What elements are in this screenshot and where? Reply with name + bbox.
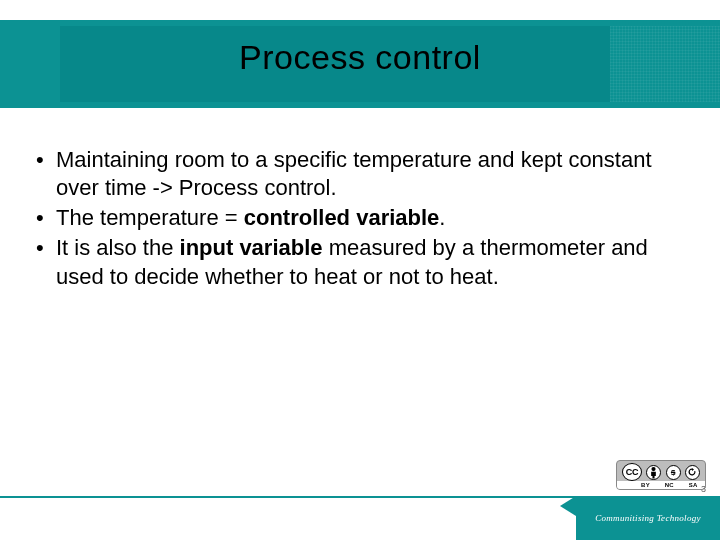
cc-by-icon xyxy=(646,465,661,480)
cc-label: NC xyxy=(665,482,674,488)
list-item: It is also the input variable measured b… xyxy=(30,234,680,290)
bullet-text-post: . xyxy=(439,205,445,230)
cc-badge-labels: BY NC SA xyxy=(617,481,705,489)
slide: Process control Maintaining room to a sp… xyxy=(0,0,720,540)
footer-brand-text: Communitising Technology xyxy=(595,513,701,523)
bullet-text-pre: Maintaining room to a specific temperatu… xyxy=(56,147,652,200)
body-content: Maintaining room to a specific temperatu… xyxy=(30,146,680,293)
bullet-text-bold: input variable xyxy=(180,235,323,260)
cc-license-badge: CC $ BY NC SA xyxy=(616,460,706,490)
cc-sa-icon xyxy=(685,465,700,480)
footer-chevron-icon xyxy=(560,496,576,516)
svg-point-0 xyxy=(652,467,656,471)
cc-label: BY xyxy=(641,482,650,488)
list-item: The temperature = controlled variable. xyxy=(30,204,680,232)
cc-logo-icon: CC xyxy=(622,463,642,481)
bullet-list: Maintaining room to a specific temperatu… xyxy=(30,146,680,291)
list-item: Maintaining room to a specific temperatu… xyxy=(30,146,680,202)
cc-badge-icons: CC $ xyxy=(617,461,705,481)
cc-label: SA xyxy=(689,482,698,488)
bullet-text-pre: It is also the xyxy=(56,235,180,260)
bullet-text-pre: The temperature = xyxy=(56,205,244,230)
slide-title: Process control xyxy=(0,38,720,77)
bullet-text-bold: controlled variable xyxy=(244,205,440,230)
cc-nc-icon: $ xyxy=(666,465,681,480)
cc-nc-symbol: $ xyxy=(671,468,675,477)
footer-brand-block: Communitising Technology xyxy=(576,496,720,540)
slide-number: 3 xyxy=(701,484,706,494)
